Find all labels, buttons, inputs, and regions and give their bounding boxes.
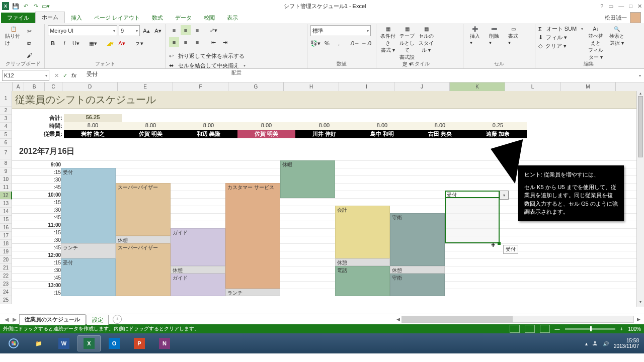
shift-block[interactable]: 受付 [61,168,116,243]
row-header[interactable]: 19 [0,248,12,256]
col-header[interactable]: C [45,82,62,91]
shift-block[interactable]: スーパーバイザー [116,183,171,236]
tab-page-layout[interactable]: ページ レイアウト [88,13,146,23]
tab-file[interactable]: ファイル [1,13,35,23]
row-header[interactable]: 13 [0,200,12,208]
save-icon[interactable]: 💾 [12,3,19,10]
percent-format-icon[interactable]: % [322,38,332,48]
phonetic-icon[interactable]: ㇷ▾ [134,38,144,48]
align-right-icon[interactable]: ≡ [192,37,202,47]
increase-decimal-icon[interactable]: .0→ [350,38,360,48]
name-box[interactable]: K12▾ [2,70,49,81]
col-header[interactable]: D [62,82,118,91]
accounting-format-icon[interactable]: 💱▾ [310,38,320,48]
undo-icon[interactable]: ↶ [22,3,29,10]
tab-review[interactable]: 校閲 [198,13,221,23]
scroll-thumb[interactable] [402,316,513,322]
normal-view-icon[interactable] [510,325,520,333]
tray-volume-icon[interactable]: 🔊 [603,341,609,346]
indent-icon[interactable]: ⇥ [220,37,230,47]
conditional-format-button[interactable]: ▦条件付き 書式 ▾ [379,25,396,55]
row-header[interactable]: 16 [0,224,12,232]
decrease-decimal-icon[interactable]: ←.0 [361,38,371,48]
sheet-tab[interactable]: 従業員のスケジュール [19,314,86,325]
shift-block[interactable]: ガイド [171,274,225,296]
formula-bar[interactable]: 受付 [85,70,636,81]
bold-icon[interactable]: B [48,38,58,48]
row-header[interactable]: 10 [0,175,12,184]
shift-block[interactable]: ランチ [225,289,280,296]
find-select-button[interactable]: 🔍検索と 選択 ▾ [608,25,625,55]
font-name-combo[interactable]: Meiryo UI▾ [48,25,117,36]
shift-block[interactable]: 休憩 [171,266,225,274]
align-center-icon[interactable]: ≡ [181,37,191,47]
row-header[interactable]: 4 [0,123,12,131]
vertical-scrollbar[interactable]: ▴ ▾ [636,91,644,307]
align-top-icon[interactable]: ≡ [169,25,179,35]
outdent-icon[interactable]: ⇤ [208,37,218,47]
add-sheet-button[interactable]: + [113,315,122,324]
page-break-view-icon[interactable] [540,325,550,333]
account-area[interactable]: 松田誠一 [605,12,644,23]
tab-data[interactable]: データ [169,13,198,23]
cell-styles-button[interactable]: ▦セルの スタイル ▾ [418,25,435,55]
expand-formula-icon[interactable]: ▾ [636,73,644,78]
fx-icon[interactable]: fx [71,72,76,79]
format-cells-button[interactable]: ▭書式 ▾ [505,25,522,55]
col-header[interactable]: B [24,82,45,91]
merge-center-button[interactable]: ⬌ セルを結合して中央揃え ▾ [169,62,246,69]
delete-cells-button[interactable]: ➖削除 ▾ [486,25,503,55]
fill-button[interactable]: ⬇ フィル ▾ [538,34,583,41]
taskbar-onenote-icon[interactable]: N [153,335,176,351]
format-painter-icon[interactable]: 🖌 [24,50,34,60]
font-size-combo[interactable]: 9▾ [119,25,140,36]
tab-nav-next-icon[interactable]: ▶ [11,316,18,323]
minimize-icon[interactable]: — [618,3,624,10]
active-cell[interactable]: 受付 [445,191,500,198]
row-header[interactable]: 22 [0,272,12,280]
ribbon-options-icon[interactable]: ▭ [608,3,613,10]
close-icon[interactable]: ✕ [637,3,642,10]
row-header[interactable]: 8 [0,159,12,167]
taskbar-word-icon[interactable]: W [52,335,75,351]
tab-home[interactable]: ホーム [35,12,65,23]
row-header[interactable]: 5 [0,131,12,139]
scroll-thumb[interactable] [638,96,643,157]
col-header[interactable]: L [505,82,560,91]
shift-block[interactable]: 守衛 [390,213,445,266]
row-header[interactable]: 20 [0,256,12,264]
copy-icon[interactable]: ⧉ [24,38,34,48]
redo-icon[interactable]: ↷ [32,3,39,10]
col-header[interactable]: A [13,82,24,91]
row-header[interactable]: 24 [0,288,12,296]
col-header[interactable]: H [284,82,339,91]
shift-block[interactable]: 休暇 [280,160,335,198]
taskbar-explorer-icon[interactable]: 📁 [27,335,50,351]
sort-filter-button[interactable]: A↓並べ替えと フィルター ▾ [587,25,604,55]
row-headers[interactable]: 1 2 3 4 5 6 7 8 9 10 11 12 13 14 15 16 1… [0,91,12,314]
shift-block[interactable]: スーパーバイザー [116,243,171,296]
row-header[interactable]: 21 [0,264,12,272]
confirm-entry-icon[interactable]: ✓ [63,72,67,79]
taskbar-excel-icon[interactable]: X [77,335,101,351]
cancel-entry-icon[interactable]: ✕ [54,72,59,79]
dropdown-button[interactable]: ▾ [500,191,509,200]
row-header[interactable]: 18 [0,240,12,248]
shift-block[interactable]: 会計 [335,206,390,258]
shift-block[interactable]: 休憩 [335,258,390,266]
row-header[interactable]: 23 [0,280,12,288]
scroll-left-icon[interactable]: ◀ [394,317,401,322]
shift-block[interactable]: ランチ [61,243,116,258]
align-left-icon[interactable]: ≡ [169,37,179,47]
cut-icon[interactable]: ✂ [24,26,34,36]
system-tray[interactable]: ▴ 🖧 🔊 15:58 2013/11/07 [585,338,642,349]
row-header[interactable]: 11 [0,184,12,192]
row-header[interactable]: 25 [0,296,12,304]
shift-block[interactable]: 電話 [335,266,390,296]
font-color-icon[interactable]: A▾ [117,38,127,48]
italic-icon[interactable]: I [59,38,69,48]
autosum-button[interactable]: Σ オート SUM ▾ [538,25,583,33]
row-header[interactable]: 3 [0,115,12,123]
align-bottom-icon[interactable]: ≡ [192,25,202,35]
grid[interactable]: 従業員のシフトのスケジュール 合計: 56.25 時間: 8.00 8.00 8… [12,91,637,307]
